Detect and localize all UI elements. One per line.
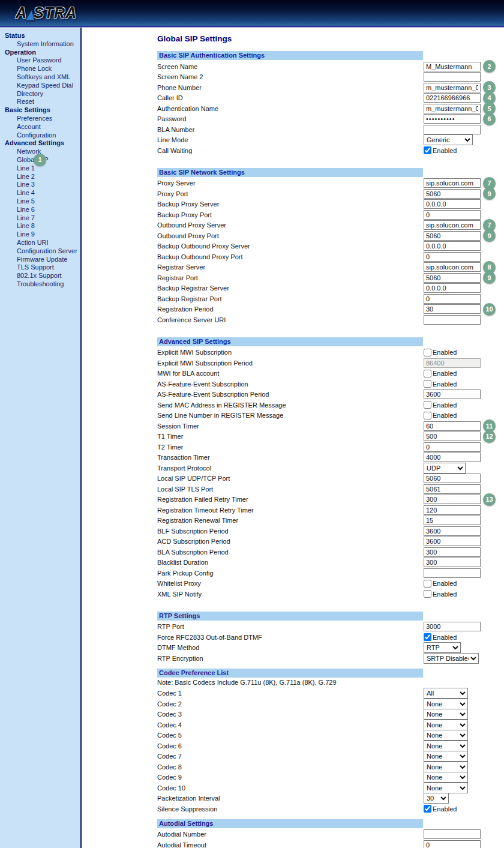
sidebar-item-global-sip[interactable]: Global SIP1 [0,156,80,164]
sidebar-item-line-5[interactable]: Line 5 [0,197,80,206]
codec-9-select[interactable]: None [424,772,468,783]
codec-2-select[interactable]: None [424,699,468,709]
registration-renewal-timer-input[interactable] [424,516,481,525]
session-timer-input[interactable] [424,421,481,431]
xml-sip-notify-checkbox[interactable] [424,590,431,598]
sidebar-item-directory[interactable]: Directory [0,90,80,98]
packetization-interval-select[interactable]: 30 [424,793,449,804]
conference-server-uri-input[interactable] [424,315,481,325]
field-control: None [424,699,468,709]
sidebar-item-firmware-update[interactable]: Firmware Update [0,256,80,264]
sidebar-item-line-6[interactable]: Line 6 [0,206,80,214]
sidebar-item-line-3[interactable]: Line 3 [0,181,80,189]
field-label: Outbound Proxy Port [157,232,424,239]
local-sip-udp-tcp-port-input[interactable] [424,474,481,483]
sidebar-item-preferences[interactable]: Preferences [0,115,80,123]
t2-timer-input[interactable] [424,442,481,452]
sidebar-item-troubleshooting[interactable]: Troubleshooting [0,280,80,289]
sidebar-item-line-7[interactable]: Line 7 [0,214,80,223]
explicit-mwi-subscription-checkbox[interactable] [424,349,431,356]
codec-1-select[interactable]: All [424,688,468,699]
acd-subscription-period-input[interactable] [424,537,481,546]
as-feature-event-subscription-period-input[interactable] [424,389,481,399]
sidebar-item-line-9[interactable]: Line 9 [0,230,80,239]
sidebar-item-phone-lock[interactable]: Phone Lock [0,65,80,73]
authentication-name-input[interactable] [424,104,481,113]
line-mode-select[interactable]: Generic [424,134,473,145]
sidebar-item-configuration-server[interactable]: Configuration Server [0,247,80,256]
dtmf-method-select[interactable]: RTP [424,642,461,653]
backup-proxy-port-input[interactable] [424,210,481,220]
screen-name-input[interactable] [424,62,481,71]
send-line-number-in-register-message-checkbox[interactable] [424,412,431,419]
registrar-port-input[interactable] [424,273,481,283]
sidebar-item-keypad-speed-dial[interactable]: Keypad Speed Dial [0,82,80,90]
force-rfc2833-out-of-band-dtmf-checkbox[interactable] [424,633,431,641]
sidebar-item-line-8[interactable]: Line 8 [0,222,80,230]
registrar-server-input[interactable] [424,262,481,272]
bla-number-input[interactable] [424,125,481,134]
sidebar-item-line-1[interactable]: Line 1 [0,164,80,173]
outbound-proxy-port-input[interactable] [424,231,481,241]
codec-8-select[interactable]: None [424,762,468,772]
backup-outbound-proxy-server-input[interactable] [424,241,481,251]
field-control [424,558,481,567]
sidebar-item-account-configuration[interactable]: Account Configuration [0,123,80,140]
field-label: AS-Feature-Event Subscription [157,380,424,388]
park-pickup-config-input[interactable] [424,568,481,578]
backup-proxy-server-input[interactable] [424,199,481,209]
sidebar-item-802-1x-support[interactable]: 802.1x Support [0,272,80,280]
proxy-port-input[interactable] [424,189,481,199]
field-label: RTP Port [157,623,424,630]
rtp-port-input[interactable] [424,622,481,631]
whitelist-proxy-checkbox[interactable] [424,580,431,588]
field-row-xml-sip-notify: XML SIP NotifyEnabled [157,589,498,600]
autodial-number-input[interactable] [424,829,481,839]
sidebar-item-user-password[interactable]: User Password [0,56,80,65]
sidebar-item-system-information[interactable]: System Information [0,40,80,49]
send-mac-address-in-register-message-checkbox[interactable] [424,401,431,409]
outbound-proxy-server-input[interactable] [424,220,481,230]
backup-outbound-proxy-port-input[interactable] [424,252,481,262]
codec-6-select[interactable]: None [424,741,468,751]
field-label: Proxy Server [157,179,424,187]
call-waiting-checkbox[interactable] [424,146,431,154]
sidebar-item-softkeys-and-xml[interactable]: Softkeys and XML [0,73,80,82]
codec-3-select[interactable]: None [424,709,468,720]
sidebar-item-reset[interactable]: Reset [0,98,80,106]
registration-period-input[interactable] [424,304,481,314]
codec-5-select[interactable]: None [424,730,468,741]
codec-4-select[interactable]: None [424,720,468,730]
codec-7-select[interactable]: None [424,751,468,762]
blacklist-duration-input[interactable] [424,558,481,567]
transport-protocol-select[interactable]: UDP [424,463,466,474]
field-label: Codec 1 [157,690,424,697]
caller-id-input[interactable] [424,93,481,103]
sidebar-item-line-4[interactable]: Line 4 [0,189,80,197]
bla-subscription-period-input[interactable] [424,547,481,557]
t1-timer-input[interactable] [424,432,481,441]
password-input[interactable] [424,114,481,124]
backup-registrar-server-input[interactable] [424,283,481,293]
registration-failed-retry-timer-input[interactable] [424,495,481,504]
as-feature-event-subscription-checkbox[interactable] [424,380,431,388]
transaction-timer-input[interactable] [424,453,481,462]
autodial-timeout-input[interactable] [424,840,481,848]
local-sip-tls-port-input[interactable] [424,484,481,494]
rtp-encryption-select[interactable]: SRTP Disabled [424,653,479,664]
codec-10-select[interactable]: None [424,783,468,793]
silence-suppression-checkbox[interactable] [424,805,431,813]
field-row-autodial-number: Autodial Number [157,829,498,840]
phone-number-input[interactable] [424,83,481,92]
proxy-server-input[interactable] [424,178,481,188]
field-row-bla-subscription-period: BLA Subscription Period [157,547,498,558]
backup-registrar-port-input[interactable] [424,294,481,304]
blf-subscription-period-input[interactable] [424,526,481,536]
field-label: Whitelist Proxy [157,580,424,587]
screen-name-2-input[interactable] [424,72,481,82]
sidebar-item-tls-support[interactable]: TLS Support [0,263,80,272]
mwi-for-bla-account-checkbox[interactable] [424,370,431,377]
registration-timeout-retry-timer-input[interactable] [424,505,481,515]
sidebar-item-line-2[interactable]: Line 2 [0,173,80,181]
sidebar-item-action-uri[interactable]: Action URI [0,239,80,247]
